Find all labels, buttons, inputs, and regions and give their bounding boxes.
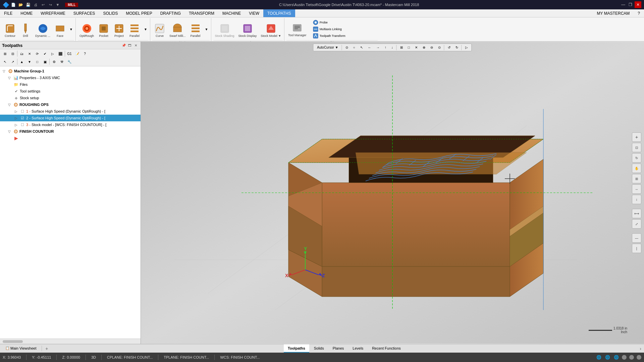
tp-select-all[interactable]: ⊞ [1,50,9,57]
vp-pan[interactable]: ✋ [632,164,641,173]
vp-btn-9[interactable]: □ [406,45,412,50]
ribbon-btn-face[interactable]: Face [53,19,67,39]
ribbon-btn-pocket[interactable]: Pocket [96,19,111,39]
status-icon-globe2[interactable]: 🌐 [604,354,610,360]
menu-home[interactable]: HOME [16,9,37,17]
vp-btn-14[interactable]: ↺ [445,45,453,50]
close-button[interactable]: ✕ [635,1,641,8]
close-panel-button[interactable]: ✕ [133,43,139,48]
ribbon-btn-parallel[interactable]: Parallel [127,19,142,39]
ribbon-btn-swarf[interactable]: Swarf Milli... [168,19,187,39]
tree-op1[interactable]: ▷ ☐ 1 - Surface High Speed (Dynamic Opti… [0,108,141,115]
vp-view5[interactable]: — [632,233,641,243]
ribbon-btn-multiaxis-linking[interactable]: Multiaxis Linking [311,26,347,32]
tp-regen[interactable]: ⟳ [34,50,41,57]
redo-btn[interactable]: ↪ [47,1,54,8]
status-tplane[interactable]: TPLANE: FINISH COUNT... [164,355,209,359]
vp-btn-11[interactable]: ⊕ [420,45,428,50]
tree-files[interactable]: 📁 Files [0,81,141,88]
tp-new-group[interactable]: 🗂 [18,50,25,57]
menu-machine[interactable]: MACHINE [218,9,245,17]
undo-btn[interactable]: ↩ [40,1,46,8]
menu-view[interactable]: VIEW [245,9,263,17]
tp-delete[interactable]: ✕ [26,50,33,57]
menu-file[interactable]: FILE [0,9,16,17]
vp-view4[interactable]: ⤢ [632,219,641,229]
vp-btn-6[interactable]: ↑ [382,45,389,50]
status-icon-dot2[interactable] [629,355,634,360]
tab-main-viewsheet[interactable]: 📋 Main Viewsheet [1,344,40,353]
tree-op2[interactable]: ▷ ☑ 2 - Surface High Speed (Dynamic Opti… [0,115,141,121]
vp-btn-12[interactable]: ⊖ [428,45,435,50]
tp-backplot[interactable]: ⬛ [57,50,64,57]
ribbon-btn-stock-model[interactable]: Stock Model ▼ [259,19,283,39]
vp-autocursor[interactable]: AutoCursor ▼ [315,45,340,50]
vp-btn-10[interactable]: ✕ [413,45,420,50]
tab-solids[interactable]: Solids [310,344,328,353]
menu-drafting[interactable]: DRAFTING [156,9,185,17]
vp-btn-8[interactable]: ⊞ [398,45,405,50]
tp-post[interactable]: 📝 [73,50,81,57]
scroll-right-btn[interactable]: › [638,344,643,353]
tree-tool-settings[interactable]: ✔ Tool settings [0,88,141,95]
tp-tool3[interactable]: 🔧 [66,58,73,65]
vp-zoom-in[interactable]: + [632,132,641,142]
vp-btn-1[interactable]: ⊙ [343,45,351,50]
menu-toolpaths[interactable]: TOOLPATHS [263,9,295,17]
tab-levels[interactable]: Levels [348,344,367,353]
ribbon-btn-3d-more[interactable]: ▼ [143,19,149,39]
status-icon-globe1[interactable]: 🌐 [596,354,602,360]
vp-btn-2[interactable]: ○ [351,45,358,50]
vp-zoom-ext[interactable]: ⊞ [632,174,641,183]
open-btn[interactable]: 📂 [17,1,24,8]
tp-box2[interactable]: ▣ [41,58,49,65]
vp-btn-3[interactable]: ↖ [358,45,365,50]
tp-verify[interactable]: ✔ [41,50,49,57]
tree-machine-group[interactable]: ▽ ⚙ Machine Group-1 [0,68,141,74]
menu-transform[interactable]: TRANSFORM [185,9,218,17]
status-icon-globe3[interactable]: 🌐 [613,354,619,360]
tp-down[interactable]: ▼ [26,58,33,65]
tp-cursor[interactable]: ↖ [1,58,9,65]
tp-tool2[interactable]: ⚒ [58,58,65,65]
menu-my-mastercam[interactable]: MY MASTERCAM [593,9,634,17]
vp-view3[interactable]: ⟷ [632,209,641,218]
tab-recent-functions[interactable]: Recent Functions [368,344,405,353]
ribbon-btn-dynamic[interactable]: Dynamic ... [34,19,52,39]
ribbon-btn-toolpath-transform[interactable]: Toolpath Transform [311,33,347,39]
vp-view6[interactable]: | [632,244,641,253]
tab-planes[interactable]: Planes [329,344,348,353]
ribbon-btn-project[interactable]: Project [112,19,126,39]
status-icon-dot3[interactable] [637,355,641,360]
tp-deselect[interactable]: ⊟ [9,50,16,57]
ribbon-btn-probe[interactable]: Probe [311,19,347,25]
ribbon-btn-2d-more[interactable]: ▼ [68,19,74,39]
ribbon-btn-stock-shading[interactable]: Stock Shading [213,19,236,39]
vp-btn-4[interactable]: ← [366,45,374,50]
minimize-button[interactable]: — [620,1,627,8]
tp-g1[interactable]: G1 [66,50,73,57]
tp-tool1[interactable]: ⚙ [50,58,58,65]
new-btn[interactable]: 📄 [10,1,17,8]
tp-box[interactable]: □ [34,58,41,65]
tp-cursor2[interactable]: ↗ [9,58,16,65]
tp-help[interactable]: ? [81,50,89,57]
status-wcs[interactable]: WCS: FINISH COUNT... [220,355,260,359]
add-viewsheet-button[interactable]: + [43,344,50,353]
more-btn[interactable]: ▼ [54,1,61,8]
vp-view2[interactable]: ↕ [632,195,641,204]
ribbon-btn-contour[interactable]: Contour [3,19,17,39]
vp-btn-16[interactable]: ▷ [463,45,470,50]
menu-surfaces[interactable]: SURFACES [69,9,99,17]
tree-roughing-ops[interactable]: ▽ ⚙ ROUGHING OPS [0,101,141,108]
tree-stock-setup[interactable]: ◆ Stock setup [0,95,141,101]
ribbon-btn-optirough[interactable]: OptiRough [78,19,96,39]
status-cplane[interactable]: CPLANE: FINISH COUNT... [107,355,153,359]
ribbon-btn-tool-manager[interactable]: Tool Manager [286,19,308,38]
save-btn[interactable]: 💾 [25,1,32,8]
vp-rotate[interactable]: ↻ [632,153,641,163]
ribbon-btn-drill[interactable]: Drill [18,19,33,39]
menu-wireframe[interactable]: WIREFRAME [37,9,69,17]
vp-btn-5[interactable]: → [374,45,382,50]
menu-model-prep[interactable]: MODEL PREP [122,9,156,17]
